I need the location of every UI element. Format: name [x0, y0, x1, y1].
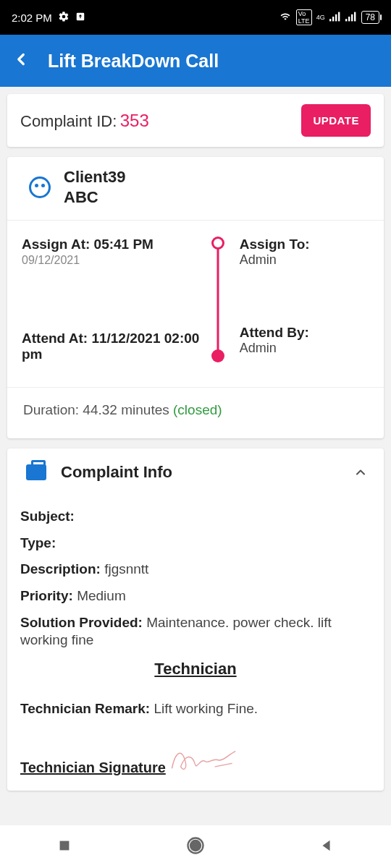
svg-rect-4: [338, 12, 340, 21]
complaint-info-body: Subject: Type: Description: fjgsnntt Pri…: [7, 495, 384, 791]
duration-text: Duration: 44.32 minutes: [23, 402, 169, 417]
status-time: 2:02 PM: [12, 12, 52, 24]
signal-4g-icon: 4G: [316, 14, 325, 21]
type-label: Type:: [20, 535, 56, 550]
page-title: Lift BreakDown Call: [48, 51, 219, 72]
signature-image: [169, 740, 248, 776]
svg-rect-6: [348, 17, 350, 21]
nav-home-button[interactable]: [185, 835, 206, 859]
volte-icon: VoLTE: [296, 9, 312, 25]
signal-icon: [329, 12, 341, 24]
back-button[interactable]: [12, 50, 30, 72]
battery-icon: 78: [361, 11, 379, 24]
subject-label: Subject:: [20, 509, 75, 524]
tech-remark-value: Lift working Fine.: [154, 701, 258, 716]
assign-to-label: Assign To:: [240, 237, 369, 252]
priority-value: Medium: [77, 588, 126, 603]
duration-status: (closed): [173, 402, 222, 417]
timeline: Assign At: 05:41 PM 09/12/2021 Attend At…: [7, 221, 384, 388]
assign-at-date: 09/12/2021: [22, 254, 203, 267]
assign-to-value: Admin: [240, 252, 369, 268]
tech-signature-label: Technician Signature: [20, 760, 166, 776]
complaint-id-card: Complaint ID: 353 UPDATE: [7, 94, 384, 147]
complaint-id-label: Complaint ID:: [20, 112, 117, 130]
signal2-icon: [345, 12, 357, 24]
svg-rect-8: [354, 12, 356, 21]
description-label: Description:: [20, 561, 101, 576]
svg-rect-2: [332, 17, 334, 21]
attend-by-value: Admin: [240, 341, 369, 356]
priority-label: Priority:: [20, 588, 73, 603]
timeline-dot-open-icon: [211, 237, 224, 250]
tech-remark-label: Technician Remark:: [20, 701, 150, 716]
status-right: VoLTE 4G 78: [279, 9, 379, 25]
chevron-up-icon: [353, 465, 368, 480]
complaint-id-text: Complaint ID: 353: [20, 111, 149, 131]
duration-row: Duration: 44.32 minutes (closed): [7, 388, 384, 438]
client-name1: Client39: [64, 167, 126, 187]
complaint-info-card: Complaint Info Subject: Type: Descriptio…: [7, 448, 384, 791]
solution-label: Solution Provided:: [20, 615, 143, 630]
complaint-info-title: Complaint Info: [61, 463, 339, 482]
gear-icon: [58, 11, 70, 25]
client-name2: ABC: [64, 187, 126, 208]
assign-at-label: Assign At: 05:41 PM: [22, 237, 203, 252]
svg-rect-9: [60, 841, 70, 850]
complaint-id-value: 353: [120, 111, 149, 130]
avatar-icon: [29, 176, 51, 198]
svg-rect-5: [345, 19, 347, 21]
app-bar: Lift BreakDown Call: [0, 35, 391, 87]
timeline-track: [203, 237, 232, 362]
client-names: Client39 ABC: [64, 167, 126, 207]
description-value: fjgsnntt: [104, 561, 148, 576]
briefcase-icon: [26, 464, 46, 480]
svg-point-11: [190, 841, 201, 851]
attend-at-label: Attend At: 11/12/2021 02:00 pm: [22, 331, 203, 362]
status-bar: 2:02 PM VoLTE 4G 78: [0, 0, 391, 35]
wifi-icon: [279, 12, 292, 24]
svg-rect-3: [335, 14, 337, 21]
upload-icon: [75, 12, 85, 24]
svg-rect-1: [329, 19, 331, 21]
complaint-info-header[interactable]: Complaint Info: [7, 448, 384, 495]
nav-back-button[interactable]: [319, 838, 335, 856]
update-button[interactable]: UPDATE: [301, 104, 371, 137]
status-left: 2:02 PM: [12, 11, 85, 25]
client-timeline-card: Client39 ABC Assign At: 05:41 PM 09/12/2…: [7, 157, 384, 438]
svg-rect-7: [351, 14, 353, 21]
client-row: Client39 ABC: [7, 157, 384, 221]
attend-by-label: Attend By:: [240, 325, 369, 341]
nav-recent-button[interactable]: [56, 838, 72, 856]
android-nav-bar: [0, 825, 391, 868]
timeline-dot-filled-icon: [211, 349, 224, 362]
technician-header: Technician: [20, 660, 371, 678]
